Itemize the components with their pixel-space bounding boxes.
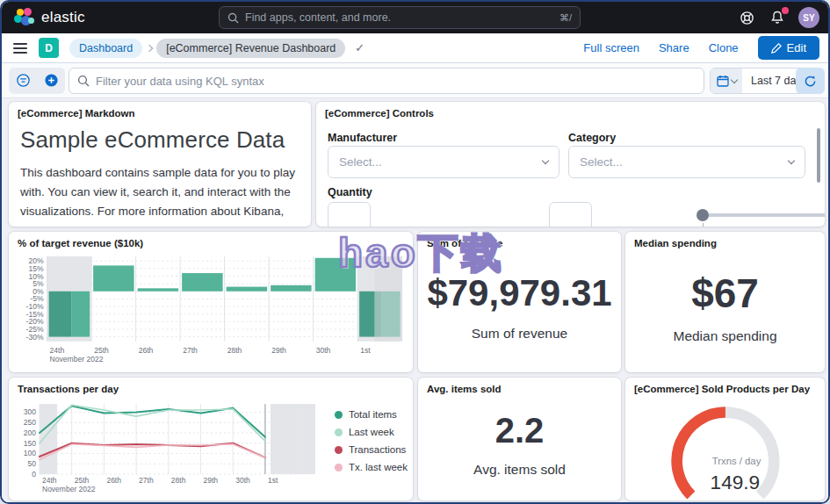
metric-value: $67 <box>691 270 759 317</box>
kql-search <box>69 68 704 94</box>
sold-products-panel: [eCommerce] Sold Products per Day Trxns … <box>625 378 825 500</box>
quantity-slider: 1 4 <box>698 207 825 227</box>
median-spending-panel: Median spending $67 Median spending <box>625 232 825 372</box>
transactions-chart[interactable]: 05010015020025030024th25th26th27th28th29… <box>13 399 321 497</box>
header-icons: SY <box>737 2 819 33</box>
panel-title: [eCommerce] Sold Products per Day <box>625 378 825 394</box>
notification-badge <box>782 7 789 14</box>
share-link[interactable]: Share <box>659 41 689 54</box>
docs-link[interactable]: docs <box>75 224 100 227</box>
markdown-panel: [eCommerce] Markdown Sample eCommerce Da… <box>9 102 311 227</box>
saved-check-icon: ✓ <box>355 41 364 54</box>
quantity-label: Quantity <box>328 186 372 198</box>
search-icon <box>227 12 239 24</box>
svg-text:29th: 29th <box>271 346 286 355</box>
quantity-max-input[interactable] <box>549 202 592 227</box>
slider-handle-min[interactable] <box>696 209 709 221</box>
legend-dot <box>335 411 343 419</box>
edit-button[interactable]: Edit <box>758 36 819 60</box>
manufacturer-select[interactable]: Select... <box>328 146 559 178</box>
slider-track[interactable] <box>698 213 825 217</box>
refresh-button[interactable] <box>796 68 825 94</box>
controls-panel: [eCommerce] Controls Manufacturer Select… <box>316 102 825 227</box>
legend-item-total-items[interactable]: Total items <box>335 409 408 420</box>
legend-item-transactions[interactable]: Transactions <box>335 444 408 455</box>
nav-actions: Full screen Share Clone Edit <box>583 36 819 60</box>
svg-text:200: 200 <box>24 428 36 437</box>
legend-dot <box>335 464 343 472</box>
refresh-icon <box>804 75 817 88</box>
svg-text:24th: 24th <box>50 346 65 355</box>
avg-items-panel: Avg. items sold 2.2 Avg. items sold <box>418 378 621 500</box>
kql-input[interactable] <box>96 75 696 88</box>
menu-icon[interactable] <box>13 43 27 54</box>
filter-options-icon[interactable] <box>9 68 37 94</box>
global-search[interactable]: ⌘/ <box>219 6 581 29</box>
chevron-down-icon <box>730 76 737 83</box>
legend-item-last-week[interactable]: Last week <box>335 427 408 437</box>
svg-text:Trxns / day: Trxns / day <box>712 456 761 466</box>
dashboard-app-chip[interactable]: D <box>39 38 59 58</box>
legend-dot <box>335 446 343 454</box>
svg-text:26th: 26th <box>139 346 154 355</box>
quantity-min-input[interactable] <box>328 202 371 227</box>
panel-title: Transactions per day <box>9 378 413 394</box>
search-shortcut: ⌘/ <box>559 12 572 24</box>
panel-title: Avg. items sold <box>418 378 621 394</box>
transactions-panel: Transactions per day 0501001502002503002… <box>9 378 413 500</box>
legend-item-tx-last-week[interactable]: Tx. last week <box>335 462 408 472</box>
calendar-icon[interactable] <box>711 68 742 93</box>
metric-label: Avg. items sold <box>473 462 566 478</box>
brand-name: elastic <box>41 9 85 26</box>
nav-bar: D Dashboard [eCommerce] Revenue Dashboar… <box>2 33 828 63</box>
svg-text:28th: 28th <box>227 346 242 355</box>
help-icon[interactable] <box>737 8 756 27</box>
target-revenue-panel: % of target revenue ($10k) 20%15%10%5%0%… <box>9 232 413 372</box>
svg-text:149.9: 149.9 <box>711 472 761 493</box>
panel-title: Median spending <box>625 232 825 248</box>
controls-scrollbar[interactable] <box>817 128 820 183</box>
svg-text:100: 100 <box>24 449 36 457</box>
filter-button-group <box>9 68 65 94</box>
elastic-logo-icon <box>14 8 33 27</box>
kibana-window: elastic ⌘/ SY D Dashboard [eCommerce] Re… <box>0 0 830 504</box>
breadcrumb-dashboard[interactable]: Dashboard <box>69 39 142 58</box>
breadcrumb-separator-icon <box>146 44 153 51</box>
global-header: elastic ⌘/ SY <box>2 2 828 33</box>
category-label: Category <box>568 132 616 144</box>
chevron-down-icon <box>788 157 795 164</box>
notifications-icon[interactable] <box>768 8 787 27</box>
full-screen-link[interactable]: Full screen <box>583 41 639 54</box>
chevron-down-icon <box>542 157 549 164</box>
markdown-body: This dashboard contains sample data for … <box>9 154 311 227</box>
gauge-chart[interactable]: Trxns / day149.9 <box>648 396 803 500</box>
svg-text:1st: 1st <box>360 346 371 355</box>
search-icon <box>77 75 90 87</box>
target-revenue-chart[interactable]: 20%15%10%5%0%-5%-10%-15%-20%-25%-30%24th… <box>13 251 408 368</box>
legend-dot <box>335 428 343 436</box>
svg-text:29th: 29th <box>204 476 219 485</box>
manufacturer-label: Manufacturer <box>328 132 397 144</box>
svg-text:150: 150 <box>24 439 36 448</box>
svg-text:25th: 25th <box>94 346 109 355</box>
svg-text:27th: 27th <box>183 346 198 355</box>
panel-title: [eCommerce] Controls <box>316 102 825 119</box>
panel-title: [eCommerce] Markdown <box>9 102 311 119</box>
dashboard-grid: [eCommerce] Markdown Sample eCommerce Da… <box>2 98 828 502</box>
svg-text:November 2022: November 2022 <box>50 355 104 364</box>
add-filter-icon[interactable] <box>37 68 65 94</box>
svg-text:25th: 25th <box>75 476 90 485</box>
svg-text:30th: 30th <box>235 476 250 485</box>
global-search-input[interactable] <box>245 11 559 24</box>
svg-text:300: 300 <box>24 407 36 416</box>
pencil-icon <box>771 43 782 54</box>
category-select[interactable]: Select... <box>568 146 805 178</box>
metric-label: Median spending <box>673 328 776 344</box>
svg-text:November 2022: November 2022 <box>42 485 96 493</box>
sum-of-revenue-panel: Sum of revenue $79,979.31 Sum of revenue <box>418 232 621 372</box>
user-avatar[interactable]: SY <box>798 7 819 28</box>
clone-link[interactable]: Clone <box>709 41 739 54</box>
markdown-heading: Sample eCommerce Data <box>9 119 311 154</box>
breadcrumb-current[interactable]: [eCommerce] Revenue Dashboard <box>156 39 345 58</box>
elastic-logo[interactable]: elastic <box>14 8 85 27</box>
